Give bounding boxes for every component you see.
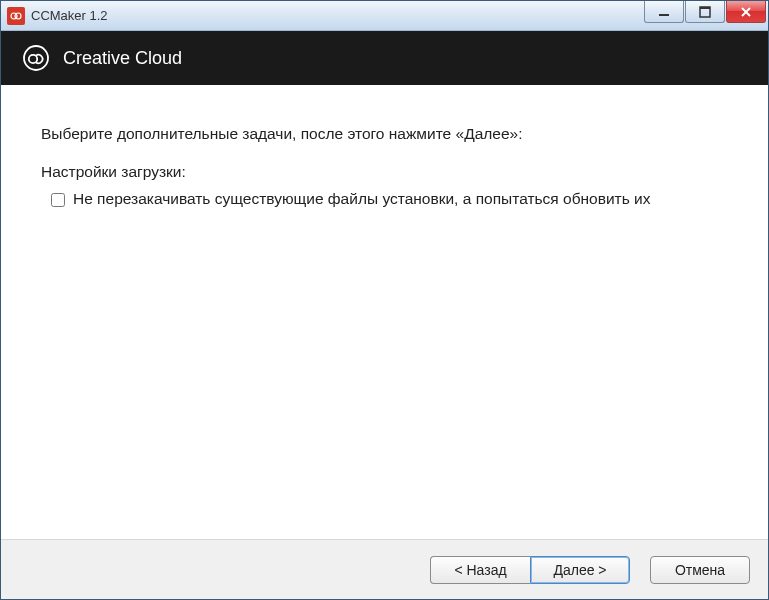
titlebar[interactable]: CCMaker 1.2 xyxy=(1,1,768,31)
svg-point-6 xyxy=(29,55,37,63)
next-button[interactable]: Далее > xyxy=(530,556,630,584)
header-band: Creative Cloud xyxy=(1,31,768,85)
minimize-button[interactable] xyxy=(644,1,684,23)
window-controls xyxy=(644,1,766,23)
window-title: CCMaker 1.2 xyxy=(31,8,108,23)
window: CCMaker 1.2 Creative Cloud Выберите допо… xyxy=(0,0,769,600)
close-button[interactable] xyxy=(726,1,766,23)
minimize-icon xyxy=(658,6,670,18)
option1-label: Не перезакачивать существующие файлы уст… xyxy=(73,189,651,210)
maximize-button[interactable] xyxy=(685,1,725,23)
instruction-text: Выберите дополнительные задачи, после эт… xyxy=(41,125,732,143)
option1-checkbox[interactable] xyxy=(51,193,65,207)
option-row[interactable]: Не перезакачивать существующие файлы уст… xyxy=(41,189,732,210)
cancel-button[interactable]: Отмена xyxy=(650,556,750,584)
back-button[interactable]: < Назад xyxy=(430,556,530,584)
svg-point-5 xyxy=(24,46,48,70)
svg-rect-4 xyxy=(700,7,710,9)
svg-rect-2 xyxy=(659,14,669,16)
close-icon xyxy=(740,6,752,18)
content-area: Выберите дополнительные задачи, после эт… xyxy=(1,85,768,539)
nav-button-group: < Назад Далее > xyxy=(430,556,630,584)
app-icon xyxy=(7,7,25,25)
section-label: Настройки загрузки: xyxy=(41,163,732,181)
svg-rect-3 xyxy=(700,7,710,17)
header-title: Creative Cloud xyxy=(63,48,182,69)
creative-cloud-icon xyxy=(23,45,49,71)
footer: < Назад Далее > Отмена xyxy=(1,539,768,599)
maximize-icon xyxy=(699,6,711,18)
svg-point-1 xyxy=(15,13,21,19)
